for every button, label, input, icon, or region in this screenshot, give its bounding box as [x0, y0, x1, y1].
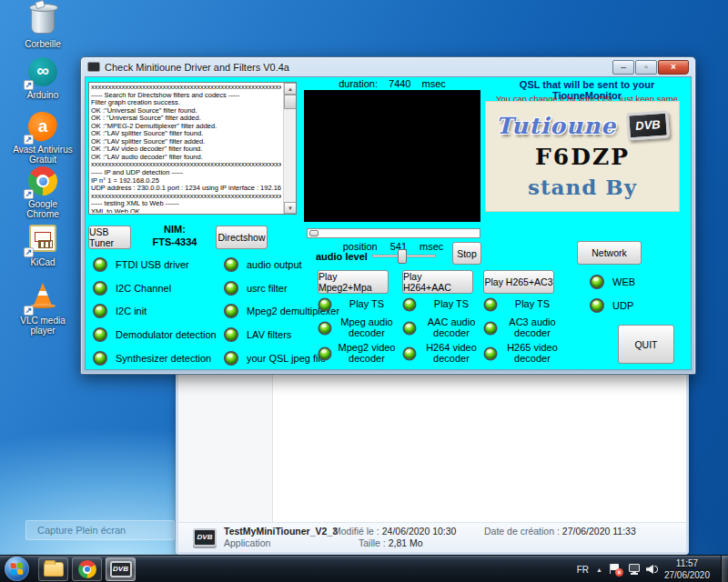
taskbar-clock[interactable]: 11:57 27/06/2020 [664, 557, 710, 581]
volume-icon[interactable] [646, 563, 659, 576]
kicad-icon: ↗ [26, 225, 59, 256]
led-indicator-icon [93, 257, 107, 272]
led-row-h265-video: H265 video decoder [483, 342, 567, 365]
app-dvb-icon [87, 62, 100, 72]
shortcut-arrow-icon: ↗ [24, 247, 34, 257]
usb-tuner-button[interactable]: USB Tuner [88, 226, 131, 249]
log-scrollbar[interactable]: ▲ ▼ [283, 83, 296, 214]
led-row-h264-video: H264 video decoder [402, 342, 486, 365]
created-value: 27/06/2020 11:33 [562, 526, 636, 537]
led-label: Mpeg audio decoder [332, 317, 401, 338]
desktop-icon-vlc[interactable]: ↗ VLC media player [11, 279, 75, 336]
scroll-thumb[interactable] [284, 95, 297, 109]
led-row-ftdi: FTDI USB driver [93, 256, 189, 274]
led-indicator-icon [318, 297, 331, 311]
system-tray: FR ▲ × 11:57 27/06/2020 [577, 556, 728, 582]
led-label: I2C init [116, 306, 147, 316]
shortcut-arrow-icon: ↗ [24, 306, 34, 316]
led-row-play-ts: Play TS [402, 296, 486, 314]
directshow-button[interactable]: Directshow [216, 226, 268, 249]
led-label: AAC audio decoder [417, 317, 486, 338]
position-slider-thumb[interactable] [309, 230, 318, 236]
recycle-bin-icon [26, 6, 59, 37]
play-mpeg2-button[interactable]: Play Mpeg2+Mpa [318, 270, 389, 294]
led-indicator-icon [402, 346, 416, 360]
title-bar[interactable]: Check Minitioune Driver and Filters V0.4… [81, 57, 695, 76]
led-row-aac-audio: AAC audio decoder [402, 316, 486, 339]
led-label: LAV filters [247, 329, 291, 340]
arduino-icon: ∞↗ [26, 57, 59, 88]
audio-slider-thumb[interactable] [398, 249, 407, 264]
led-row-audio-output: audio output [224, 256, 302, 274]
led-label: Play TS [417, 299, 486, 310]
maximize-button[interactable]: ▫ [635, 60, 657, 75]
led-row-udp: UDP [590, 296, 633, 315]
led-label: H265 video decoder [498, 343, 567, 364]
network-tray-icon[interactable] [628, 563, 641, 576]
led-row-play-ts: Play TS [483, 296, 567, 314]
led-indicator-icon [93, 351, 107, 366]
desktop-icon-kicad[interactable]: ↗ KiCad [11, 223, 75, 267]
desktop-icon-corbeille[interactable]: Corbeille [11, 5, 75, 49]
led-label: Play TS [332, 299, 401, 310]
taskbar-chrome-button[interactable] [72, 557, 102, 581]
modified-value: 24/06/2020 10:30 [382, 526, 457, 537]
led-label: I2C Channel [116, 283, 171, 294]
shortcut-arrow-icon: ↗ [24, 189, 34, 199]
led-indicator-icon [483, 321, 497, 335]
led-indicator-icon [224, 327, 238, 342]
desktop-icon-chrome[interactable]: ↗ Google Chrome [11, 166, 75, 219]
position-slider[interactable] [307, 228, 480, 238]
taskbar-explorer-button[interactable] [38, 557, 68, 581]
h264-led-column: Play TS AAC audio decoder H264 video dec… [402, 296, 486, 367]
audio-level-slider[interactable] [372, 249, 436, 264]
log-textbox[interactable]: xxxxxxxxxxxxxxxxxxxxxxxxxxxxxxxxxxxxxxxx… [88, 82, 297, 215]
scroll-up-icon[interactable]: ▲ [284, 83, 297, 95]
tray-expand-icon[interactable]: ▲ [596, 567, 602, 573]
minimize-button[interactable]: – [612, 60, 634, 75]
show-desktop-button[interactable] [721, 556, 728, 582]
duration-unit: msec [422, 78, 446, 89]
led-indicator-icon [318, 321, 331, 335]
chrome-icon [78, 560, 96, 578]
duration-row: duration:7440msec [304, 78, 480, 89]
clock-date: 27/06/2020 [664, 569, 710, 581]
file-dates-block: Modifié le : 24/06/2020 10:30 Taille : 2… [333, 526, 477, 549]
led-indicator-icon [483, 346, 497, 360]
led-label: H264 video decoder [417, 343, 486, 364]
led-label: FTDI USB driver [116, 259, 189, 270]
language-indicator[interactable]: FR [577, 565, 589, 575]
led-label: Synthesizer detection [116, 353, 211, 364]
desktop-icon-avast[interactable]: a↗ Avast Antivirus Gratuit [11, 111, 75, 165]
quit-button[interactable]: QUIT [618, 325, 674, 364]
modified-label: Modifié le : [333, 526, 379, 537]
led-row-usrc-filter: usrc filter [224, 279, 288, 297]
explorer-folder-icon [44, 562, 64, 577]
desktop-icon-arduino[interactable]: ∞↗ Arduino [11, 56, 75, 100]
qsl-card-image: Tutioune DVB F6DZP stand By [486, 102, 679, 211]
scroll-down-icon[interactable]: ▼ [284, 202, 297, 214]
size-value: 2,81 Mo [389, 537, 423, 548]
close-button[interactable]: × [658, 60, 689, 75]
taskbar-minitioune-button[interactable]: DVB [106, 557, 136, 581]
led-row-lav-filters: LAV filters [224, 326, 291, 344]
led-indicator-icon [590, 275, 604, 289]
led-row-mpeg2-video: Mpeg2 video decoder [318, 342, 401, 365]
play-h264-button[interactable]: Play H264+AAC [402, 270, 473, 294]
play-h265-button[interactable]: Play H265+AC3 [483, 270, 554, 294]
led-indicator-icon [224, 281, 238, 296]
action-center-flag-icon[interactable]: × [610, 563, 622, 576]
duration-value: 7440 [389, 78, 410, 89]
video-display [304, 90, 480, 222]
desktop-icon-label: VLC media player [11, 316, 75, 336]
led-row-i2c-channel: I2C Channel [93, 279, 171, 297]
shortcut-arrow-icon: ↗ [24, 80, 34, 90]
taskbar: DVB FR ▲ × 11:57 27/06/2020 [0, 555, 728, 582]
led-indicator-icon [224, 304, 238, 318]
stop-button[interactable]: Stop [452, 242, 481, 265]
led-label: AC3 audio decoder [498, 317, 567, 338]
led-label: Demodulator detection [116, 329, 217, 340]
app-client-area: xxxxxxxxxxxxxxxxxxxxxxxxxxxxxxxxxxxxxxxx… [85, 76, 692, 370]
network-button[interactable]: Network [577, 241, 642, 265]
start-button[interactable] [5, 557, 29, 581]
